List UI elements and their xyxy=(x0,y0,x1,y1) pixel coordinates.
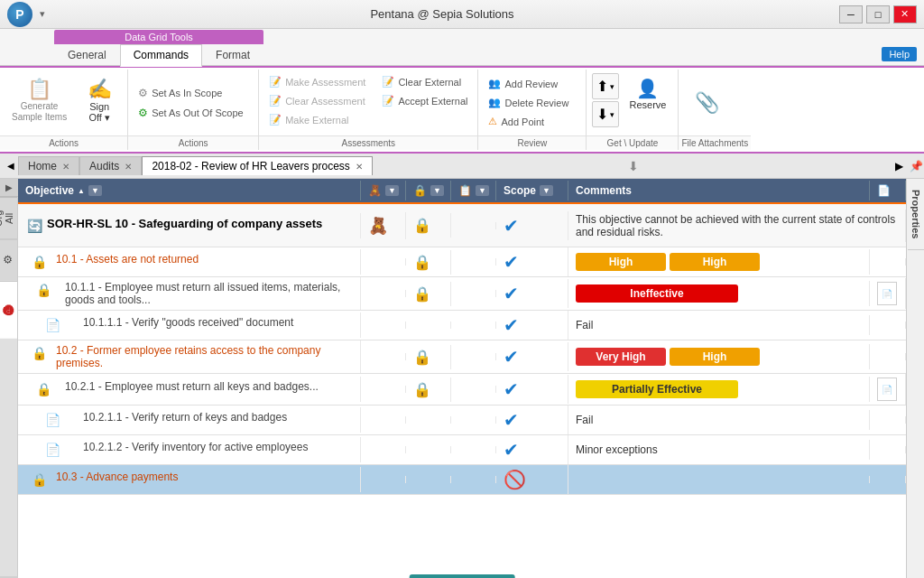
tab-home[interactable]: Home ✕ xyxy=(18,156,79,175)
sidebar-tab-processareas[interactable]: 🅟 All Process Areas xyxy=(0,281,17,339)
get-update-btn2[interactable]: ⬇ ▾ xyxy=(592,101,619,127)
table-row: 🔒 10.2.1 - Employee must return all keys… xyxy=(18,374,906,406)
row-label-1011: 10.1.1 - Employee must return all issued… xyxy=(47,281,353,306)
cell-action-1011: 📄 xyxy=(870,278,906,309)
header-comments-label: Comments xyxy=(576,184,632,197)
tab-general[interactable]: General xyxy=(54,44,120,66)
scope-filter-icon[interactable]: ▼ xyxy=(540,185,553,196)
accept-external-button[interactable]: 📝 Accept External xyxy=(377,92,472,109)
accept-external-icon: 📝 xyxy=(382,95,394,107)
cell-col4-sorhr xyxy=(451,222,496,229)
get-update-dropdown2: ▾ xyxy=(610,110,614,119)
tab-commands[interactable]: Commands xyxy=(120,44,202,67)
minimize-button[interactable]: ─ xyxy=(839,5,863,23)
tabs-scroll-right[interactable]: ▶ xyxy=(895,160,910,172)
make-external-button[interactable]: 📝 Make External xyxy=(264,111,370,128)
set-in-scope-button[interactable]: ⚙ Set As In Scope xyxy=(134,84,253,102)
add-point-button[interactable]: ⚠ Add Point xyxy=(484,113,580,130)
cell-col3-103 xyxy=(406,476,451,483)
get-update-icon1: ⬆ xyxy=(596,78,608,95)
scope-check-10111: ✔ xyxy=(504,314,519,336)
tab-format[interactable]: Format xyxy=(202,44,263,66)
sidebar-tab-auditwork[interactable]: ⚙ Audit Work xyxy=(0,238,17,280)
header-objective[interactable]: Objective ▲ ▼ xyxy=(18,181,361,200)
header-scope[interactable]: Scope ▼ xyxy=(496,181,568,200)
cell-comment-10212: Minor exceptions xyxy=(568,440,870,460)
window-controls: ─ □ ✕ xyxy=(839,5,917,23)
bear-icon-sorhr: 🧸 xyxy=(368,216,388,236)
properties-tab[interactable]: Properties xyxy=(908,179,924,250)
cell-col4-1011 xyxy=(451,290,496,297)
context-tab-label: Data Grid Tools xyxy=(54,30,263,44)
tab-audits-close[interactable]: ✕ xyxy=(125,162,132,172)
set-out-scope-button[interactable]: ⚙ Set As Out Of Scope xyxy=(134,104,253,122)
badge-high-102: High xyxy=(670,348,760,366)
table-row: 🔄 SOR-HR-SL 10 - Safeguarding of company… xyxy=(18,204,906,247)
close-button[interactable]: ✕ xyxy=(893,5,917,23)
cell-scope-1011: ✔ xyxy=(496,279,568,308)
cell-objective-sorhr: 🔄 SOR-HR-SL 10 - Safeguarding of company… xyxy=(18,213,361,238)
lock-icon-1011: 🔒 xyxy=(413,285,431,303)
ribbon-group-assessments: 📝 Make Assessment 📝 Clear Assessment 📝 M… xyxy=(259,70,478,150)
page-icon-1011[interactable]: 📄 xyxy=(877,282,897,305)
header-col4[interactable]: 📋 ▼ xyxy=(451,181,496,200)
cell-col4-101 xyxy=(451,258,496,266)
table-row: 🔒 10.1.1 - Employee must return all issu… xyxy=(18,277,906,311)
clear-external-button[interactable]: 📝 Clear External xyxy=(377,73,472,90)
table-row: 🔒 10.3 - Advance payments 🚫 xyxy=(18,465,906,495)
help-button[interactable]: Help xyxy=(882,47,917,61)
cell-scope-10111: ✔ xyxy=(496,311,568,340)
add-point-label: Add Point xyxy=(501,117,544,127)
page-icon-1021[interactable]: 📄 xyxy=(877,378,897,401)
cell-col3-101: 🔒 xyxy=(406,250,451,275)
header-col2[interactable]: 🧸 ▼ xyxy=(361,181,406,200)
generate-sample-button[interactable]: 📋 GenerateSample Items xyxy=(5,73,73,127)
get-update-btn1[interactable]: ⬆ ▾ xyxy=(592,73,619,99)
right-panel: Properties xyxy=(906,179,924,578)
header-action[interactable]: 📄 xyxy=(870,181,906,200)
header-objective-label: Objective xyxy=(25,184,74,197)
tab-review[interactable]: 2018-02 - Review of HR Leavers process ✕ xyxy=(142,156,372,175)
comment-text-10212: Minor exceptions xyxy=(576,443,658,456)
cell-col3-1011: 🔒 xyxy=(406,282,451,306)
reserve-button[interactable]: 👤 Reserve xyxy=(623,73,672,115)
tab-review-close[interactable]: ✕ xyxy=(356,162,363,172)
cell-col2-101 xyxy=(361,258,406,266)
ribbon-group-actions2-label: Actions xyxy=(128,135,258,150)
cell-col2-10211 xyxy=(361,416,406,424)
badge-partial-1021: Partially Effective xyxy=(576,380,738,398)
cell-scope-101: ✔ xyxy=(496,247,568,276)
cell-badges-1011: Ineffective xyxy=(568,281,870,306)
add-review-button[interactable]: 👥 Add Review xyxy=(484,75,580,92)
objective-filter-icon[interactable]: ▼ xyxy=(88,185,102,196)
col2-filter-icon[interactable]: ▼ xyxy=(385,185,399,196)
cell-col3-102: 🔒 xyxy=(406,345,451,369)
sidebar-tab-orgunits[interactable]: All Org Units xyxy=(0,197,17,238)
col4-filter[interactable]: ▼ xyxy=(476,185,489,196)
tabs-scroll-left[interactable]: ◀ xyxy=(4,157,18,175)
scope-check-sorhr: ✔ xyxy=(504,215,519,237)
process-icon: 🅟 xyxy=(2,303,14,315)
accept-external-label: Accept External xyxy=(398,96,467,107)
cell-action-10212 xyxy=(870,446,906,453)
col3-filter-icon[interactable]: ▼ xyxy=(430,185,444,196)
tabs-pin[interactable]: 📌 xyxy=(910,160,924,172)
sidebar-toggle-top[interactable]: ▶ xyxy=(0,179,18,197)
maximize-button[interactable]: □ xyxy=(866,5,890,23)
sign-off-button[interactable]: ✍ SignOff ▾ xyxy=(77,73,122,128)
grid-header: Objective ▲ ▼ 🧸 ▼ 🔒 ▼ 📋 ▼ Scope xyxy=(18,179,906,204)
make-assessment-icon: 📝 xyxy=(269,76,282,88)
make-assessment-button[interactable]: 📝 Make Assessment xyxy=(264,73,370,90)
delete-review-button[interactable]: 👥 Delete Review xyxy=(484,94,580,111)
header-comments[interactable]: Comments xyxy=(568,181,870,200)
cell-objective-1021: 🔒 10.2.1 - Employee must return all keys… xyxy=(18,377,361,402)
clear-assessment-button[interactable]: 📝 Clear Assessment xyxy=(264,92,370,109)
row-icon-101: 🔒 xyxy=(25,253,43,271)
set-out-scope-label: Set As Out Of Scope xyxy=(152,107,244,118)
tab-home-close[interactable]: ✕ xyxy=(62,162,69,172)
tab-audits[interactable]: Audits ✕ xyxy=(79,156,142,175)
header-col3[interactable]: 🔒 ▼ xyxy=(406,181,451,200)
attachments-button[interactable]: 📎 xyxy=(684,87,729,119)
row-label-10211: 10.2.1.1 - Verify return of keys and bad… xyxy=(56,411,353,424)
action-icon: 📄 xyxy=(877,184,891,197)
